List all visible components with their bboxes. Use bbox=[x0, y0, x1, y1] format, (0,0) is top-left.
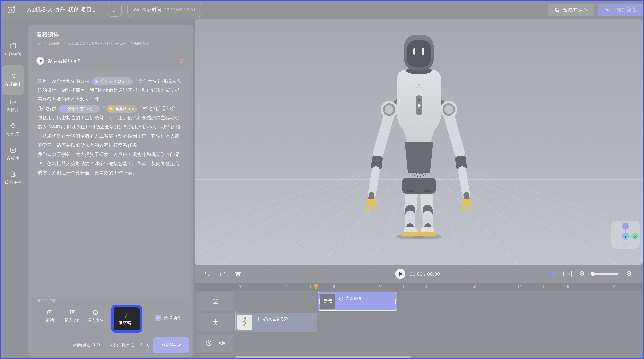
ruler-tick-minor bbox=[357, 285, 357, 288]
ruler-tick-label: 12f bbox=[518, 285, 522, 289]
action-tag[interactable]: 弯腰(5s)× bbox=[106, 105, 137, 113]
person-icon bbox=[212, 319, 219, 326]
sidebar-item-motion-mimic[interactable]: 动作模仿 bbox=[0, 42, 26, 57]
ruler-tick-minor bbox=[404, 285, 404, 288]
clear-orchestration-button[interactable]: 清空编排 bbox=[114, 307, 140, 330]
gizmo-y-label: Y bbox=[624, 234, 627, 238]
ruler-tick-label: 2f bbox=[285, 285, 288, 289]
remove-tag-icon[interactable]: × bbox=[94, 104, 97, 113]
audio-clip-row: 默认名称1.mp3 bbox=[36, 56, 185, 65]
sidebar-item-action-library[interactable]: 动作库 bbox=[0, 122, 26, 137]
one-click-orchestrate-button[interactable]: 一键编排 bbox=[39, 309, 61, 323]
floppy-icon bbox=[555, 7, 560, 12]
wink-face-icon bbox=[212, 298, 219, 305]
ruler-tick-minor bbox=[590, 285, 590, 288]
speaker-icon bbox=[218, 340, 226, 347]
app-logo-icon bbox=[7, 5, 16, 14]
follow-playhead-toggle[interactable] bbox=[548, 271, 557, 277]
gizmo-axis-neg-x[interactable] bbox=[613, 234, 618, 239]
action-button-label: 一键编排 bbox=[39, 318, 61, 323]
script-text: 我们致力于创新，大力投资于研发，以突破人机协作和机器学习的界限。创新机器人公司助… bbox=[38, 152, 180, 175]
clip-left-handle[interactable] bbox=[319, 299, 320, 304]
redo-button[interactable] bbox=[219, 270, 226, 278]
ruler-tick-label: 10f bbox=[471, 285, 476, 289]
zoom-out-button[interactable] bbox=[579, 270, 586, 278]
robot-face-icon bbox=[92, 309, 99, 316]
play-audio-button[interactable] bbox=[36, 57, 44, 65]
viewport-3d[interactable]: Z Y X bbox=[195, 19, 643, 265]
ruler-tick-label: 16f bbox=[611, 285, 616, 289]
top-bar: A1机器人动作-我的项目1 保存时间 26/01/03 12:01 合成并保存 bbox=[0, 0, 644, 19]
action-button-label: 清空编排 bbox=[118, 320, 135, 326]
playhead[interactable] bbox=[316, 283, 316, 359]
playhead-pin[interactable] bbox=[314, 284, 318, 290]
rename-project-button[interactable] bbox=[108, 3, 122, 16]
undo-button[interactable] bbox=[204, 270, 211, 278]
sparkles-icon bbox=[9, 73, 16, 80]
audio-orchestration-panel: 音频编排 通过音频处理，生成音频素材以及融合动作和表情的音频编排素材 默认名称1… bbox=[28, 25, 194, 357]
action-track-header[interactable] bbox=[197, 313, 234, 332]
ruler-tick-minor bbox=[543, 285, 544, 288]
action-button-label: 插入表情 bbox=[84, 318, 106, 323]
action-clip-label: 超帅走路姿势 bbox=[263, 316, 288, 322]
deploy-device-button[interactable]: 下发到设备 bbox=[598, 3, 642, 16]
remove-tag-icon[interactable]: × bbox=[132, 104, 134, 113]
deploy-device-label: 下发到设备 bbox=[612, 6, 637, 13]
tracks-vertical-scrollbar[interactable] bbox=[235, 311, 236, 330]
gem-icon bbox=[138, 343, 143, 348]
insert-action-button[interactable]: 插入动作 bbox=[62, 309, 84, 323]
expression-clip[interactable]: 害羞微笑 bbox=[318, 292, 397, 311]
tag-label: 哈哈大笑(10s) bbox=[68, 104, 92, 113]
delete-audio-button[interactable] bbox=[179, 58, 185, 64]
expression-clip-thumbnail bbox=[320, 294, 335, 309]
save-time-label: 保存时间 bbox=[142, 6, 161, 13]
clip-right-handle[interactable] bbox=[395, 299, 396, 304]
sidebar-item-my-tasks[interactable]: 我的任务 bbox=[0, 171, 26, 185]
sidebar-item-audio-orchestration[interactable]: 音频编排 bbox=[0, 73, 26, 87]
expression-track-header[interactable] bbox=[197, 292, 234, 311]
consume-stones-value: 0 bbox=[147, 343, 150, 348]
expression-clip-label: 害羞微笑 bbox=[346, 296, 362, 302]
script-editor[interactable]: 这是一家全球领先的公司 哈哈大笑(10s)×「专注于先进机器人系统的设计、制造和… bbox=[32, 71, 190, 297]
gizmo-axis-neg-z[interactable] bbox=[623, 243, 628, 248]
playback-bar: 00:00 / 00:30 bbox=[195, 265, 643, 283]
action-clip[interactable]: 超帅走路姿势 bbox=[235, 313, 317, 332]
panel-footer: 剩余灵石 300 | 本次消耗灵石 0 立即生成 bbox=[28, 333, 194, 357]
quote-mark-purple: 「 bbox=[101, 106, 105, 111]
generate-now-label: 立即生成 bbox=[161, 342, 181, 349]
zoom-in-button[interactable] bbox=[626, 270, 633, 278]
task-list-icon bbox=[9, 171, 16, 178]
timeline-ruler[interactable]: 0f2f4f6f8f10f12f14f16f bbox=[195, 283, 643, 291]
axis-gizmo[interactable]: Z Y X bbox=[612, 221, 640, 249]
sidebar-item-audio-library[interactable]: 音频库 bbox=[0, 147, 26, 161]
person-icon bbox=[9, 122, 16, 130]
timeline-zoom-slider[interactable] bbox=[591, 273, 618, 275]
generate-now-button[interactable]: 立即生成 bbox=[153, 338, 189, 353]
synthesize-save-button[interactable]: 合成并保存 bbox=[548, 3, 594, 16]
expression-tag[interactable]: 哈哈大笑(10s)× bbox=[92, 77, 132, 85]
tag-label: 哈哈大笑(10s) bbox=[101, 77, 126, 86]
sidebar-item-label: 音频编排 bbox=[0, 81, 26, 87]
expression-tag-icon bbox=[60, 106, 66, 112]
scene-canvas bbox=[195, 19, 643, 265]
play-button[interactable] bbox=[395, 269, 405, 279]
ruler-tick-label: 4f bbox=[332, 285, 335, 289]
gizmo-z-label: Z bbox=[624, 224, 626, 228]
sidebar-item-label: 表情库 bbox=[0, 107, 26, 113]
remove-tag-icon[interactable]: × bbox=[127, 77, 130, 86]
editor-toolbar: 一键编排 插入动作 插入表情 bbox=[28, 306, 194, 334]
slider-knob[interactable] bbox=[591, 272, 594, 276]
timeline-horizontal-scrollbar[interactable] bbox=[235, 356, 411, 359]
sidebar-item-label: 我的任务 bbox=[0, 180, 26, 185]
fit-timeline-button[interactable] bbox=[564, 271, 572, 277]
expression-tag[interactable]: 哈哈大笑(10s)× bbox=[59, 105, 100, 113]
sidebar-item-label: 动作模仿 bbox=[0, 51, 26, 57]
sidebar-item-expression-library[interactable]: 表情库 bbox=[0, 98, 26, 113]
quote-mark-gold: 「 bbox=[138, 106, 143, 111]
delete-clip-button[interactable] bbox=[234, 270, 242, 278]
insert-expression-button[interactable]: 插入表情 bbox=[84, 309, 106, 323]
rhythm-motion-checkbox[interactable] bbox=[155, 315, 161, 321]
ruler-tick-minor bbox=[264, 285, 264, 288]
audio-track-header[interactable] bbox=[197, 334, 234, 353]
ruler-tick-minor bbox=[310, 285, 310, 288]
